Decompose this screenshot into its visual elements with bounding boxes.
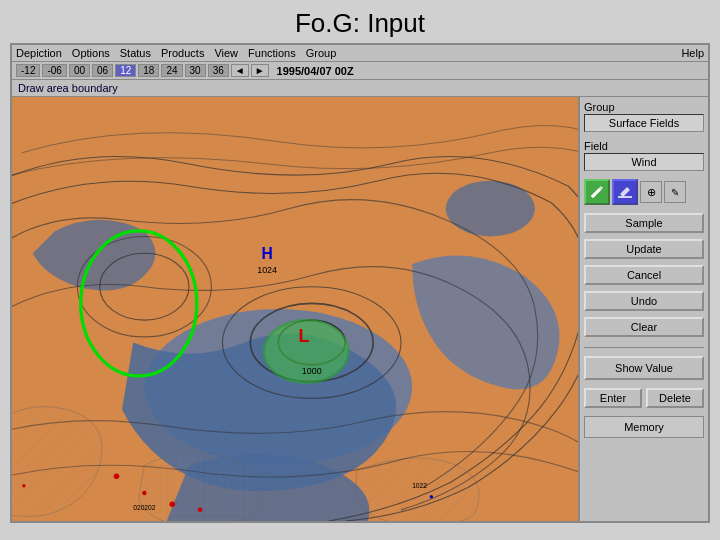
svg-text:1024: 1024 (257, 265, 277, 275)
erase-tool-button[interactable] (612, 179, 638, 205)
update-button[interactable]: Update (584, 239, 704, 259)
group-label: Group (584, 101, 704, 113)
group-value: Surface Fields (584, 114, 704, 132)
undo-button[interactable]: Undo (584, 291, 704, 311)
select-tool-button[interactable]: ✎ (664, 181, 686, 203)
field-label: Field (584, 140, 704, 152)
menu-options[interactable]: Options (72, 47, 110, 59)
time-btn-30[interactable]: 30 (185, 64, 206, 77)
clear-button[interactable]: Clear (584, 317, 704, 337)
svg-text:1000: 1000 (302, 366, 322, 376)
memory-label: Memory (624, 421, 664, 433)
time-btn-minus06[interactable]: -06 (42, 64, 66, 77)
menu-help[interactable]: Help (681, 47, 704, 59)
map-svg: L 1000 H 1024 (12, 97, 578, 521)
menu-functions[interactable]: Functions (248, 47, 296, 59)
app-window: Depiction Options Status Products View F… (10, 43, 710, 523)
status-message: Draw area boundary (18, 82, 118, 94)
enter-button[interactable]: Enter (584, 388, 642, 408)
move-tool-button[interactable]: ⊕ (640, 181, 662, 203)
show-value-button[interactable]: Show Value (584, 356, 704, 380)
svg-text:●: ● (429, 492, 434, 501)
time-btn-24[interactable]: 24 (161, 64, 182, 77)
time-bar: -12 -06 00 06 12 18 24 30 36 ◄ ► 1995/04… (12, 62, 708, 80)
field-section: Field Wind (584, 140, 704, 175)
datetime-display: 1995/04/07 00Z (277, 65, 354, 77)
svg-text:L: L (298, 326, 309, 346)
tool-icons-row: ⊕ ✎ (584, 179, 704, 205)
time-btn-36[interactable]: 36 (208, 64, 229, 77)
page-title: Fo.G: Input (0, 0, 720, 43)
right-panel: Group Surface Fields Field Wind (578, 97, 708, 521)
time-btn-minus12[interactable]: -12 (16, 64, 40, 77)
delete-button[interactable]: Delete (646, 388, 704, 408)
time-btn-18[interactable]: 18 (138, 64, 159, 77)
cancel-button[interactable]: Cancel (584, 265, 704, 285)
pencil-tool-button[interactable] (584, 179, 610, 205)
svg-point-22 (114, 474, 120, 480)
svg-point-23 (142, 491, 146, 495)
menu-products[interactable]: Products (161, 47, 204, 59)
time-btn-00[interactable]: 00 (69, 64, 90, 77)
svg-text:●: ● (22, 481, 27, 490)
time-nav-forward[interactable]: ► (251, 64, 269, 77)
time-nav-back[interactable]: ◄ (231, 64, 249, 77)
svg-text:1022: 1022 (412, 482, 427, 489)
menu-bar: Depiction Options Status Products View F… (12, 45, 708, 62)
menu-depiction[interactable]: Depiction (16, 47, 62, 59)
menu-status[interactable]: Status (120, 47, 151, 59)
time-btn-06[interactable]: 06 (92, 64, 113, 77)
memory-section: Memory (584, 416, 704, 438)
group-section: Group Surface Fields (584, 101, 704, 136)
status-bar: Draw area boundary (12, 80, 708, 97)
sample-button[interactable]: Sample (584, 213, 704, 233)
menu-group[interactable]: Group (306, 47, 337, 59)
separator-1 (584, 347, 704, 348)
enter-delete-row: Enter Delete (584, 388, 704, 408)
svg-text:H: H (261, 245, 272, 262)
content-area: L 1000 H 1024 (12, 97, 708, 521)
svg-point-24 (169, 501, 175, 507)
time-btn-12[interactable]: 12 (115, 64, 136, 77)
menu-view[interactable]: View (214, 47, 238, 59)
svg-point-25 (198, 508, 202, 512)
field-value: Wind (584, 153, 704, 171)
svg-text:020202: 020202 (133, 504, 156, 511)
map-area[interactable]: L 1000 H 1024 (12, 97, 578, 521)
